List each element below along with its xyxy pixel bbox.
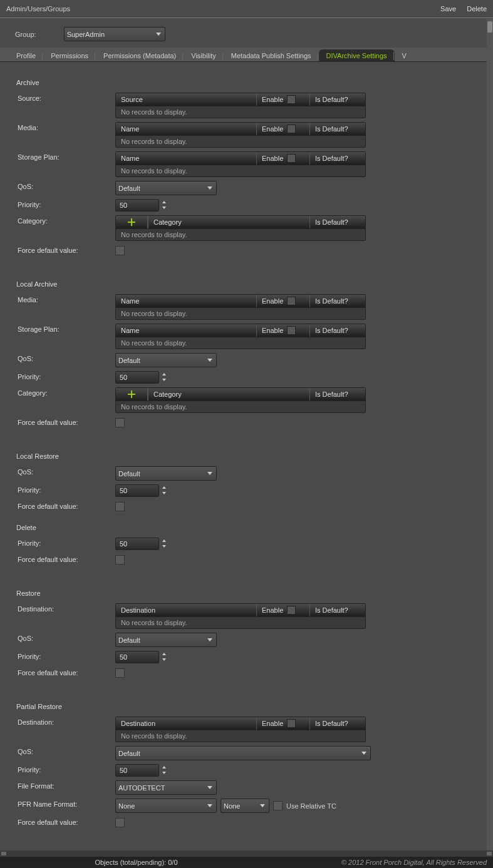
th-name[interactable]: Name bbox=[116, 324, 256, 337]
lr-force-checkbox[interactable] bbox=[115, 502, 125, 511]
th-category[interactable]: Category bbox=[148, 216, 309, 228]
chevron-up-icon[interactable] bbox=[160, 651, 168, 656]
archive-pri-spinner[interactable] bbox=[160, 199, 168, 210]
checkbox-icon[interactable] bbox=[287, 719, 296, 728]
tab-permissions[interactable]: Permissions bbox=[43, 49, 96, 61]
checkbox-icon[interactable] bbox=[287, 154, 296, 163]
tab-visibility[interactable]: Visibility bbox=[184, 49, 224, 61]
add-button[interactable] bbox=[116, 388, 148, 401]
checkbox-icon[interactable] bbox=[287, 125, 296, 133]
no-records: No records to display. bbox=[116, 401, 365, 412]
th-isdefault[interactable]: Is Default? bbox=[309, 717, 365, 730]
la-qos-select[interactable]: Default bbox=[115, 353, 217, 367]
checkbox-icon[interactable] bbox=[287, 326, 296, 335]
chevron-up-icon[interactable] bbox=[160, 371, 168, 377]
tab-permissions-metadata[interactable]: Permissions (Metadata) bbox=[96, 49, 184, 61]
checkbox-icon[interactable] bbox=[287, 95, 296, 104]
no-records: No records to display. bbox=[116, 308, 365, 319]
horizontal-scrollbar[interactable] bbox=[0, 850, 493, 857]
del-force-checkbox[interactable] bbox=[115, 555, 125, 564]
lr-pri-input[interactable]: 50 bbox=[115, 484, 159, 497]
th-isdefault[interactable]: Is Default? bbox=[309, 604, 365, 616]
tab-metadata-publish[interactable]: Metadata Publish Settings bbox=[224, 49, 319, 61]
pr-reltc-checkbox[interactable] bbox=[273, 801, 283, 810]
la-pri-spinner[interactable] bbox=[160, 371, 168, 382]
pr-force-checkbox[interactable] bbox=[115, 818, 125, 827]
la-force-checkbox[interactable] bbox=[115, 418, 125, 427]
del-pri-spinner[interactable] bbox=[160, 538, 168, 549]
archive-force-checkbox[interactable] bbox=[115, 246, 125, 255]
la-force-label: Force default value: bbox=[18, 417, 115, 426]
th-destination[interactable]: Destination bbox=[116, 604, 256, 616]
th-isdefault[interactable]: Is Default? bbox=[309, 123, 365, 135]
res-qos-label: QoS: bbox=[18, 633, 115, 642]
chevron-down-icon[interactable] bbox=[160, 770, 168, 775]
la-pri-input[interactable]: 50 bbox=[115, 371, 159, 384]
la-media-table: NameEnableIs Default? No records to disp… bbox=[115, 294, 366, 320]
lr-pri-spinner[interactable] bbox=[160, 484, 168, 496]
th-enable[interactable]: Enable bbox=[256, 324, 309, 337]
tab-profile[interactable]: Profile bbox=[9, 49, 43, 61]
chevron-down-icon[interactable] bbox=[160, 543, 168, 549]
th-name[interactable]: Name bbox=[116, 123, 256, 135]
th-enable[interactable]: Enable bbox=[256, 604, 309, 616]
footer: Objects (total/pending): 0/0 © 2012 Fron… bbox=[0, 850, 493, 868]
section-restore: Restore bbox=[16, 590, 487, 597]
chevron-down-icon[interactable] bbox=[160, 656, 168, 662]
archive-sp-label: Storage Plan: bbox=[18, 151, 115, 161]
archive-sp-table: NameEnableIs Default? No records to disp… bbox=[115, 151, 366, 177]
no-records: No records to display. bbox=[116, 730, 365, 742]
th-enable[interactable]: Enable bbox=[256, 93, 309, 106]
res-pri-spinner[interactable] bbox=[160, 651, 168, 662]
th-enable[interactable]: Enable bbox=[256, 717, 309, 730]
chevron-down-icon[interactable] bbox=[160, 377, 168, 382]
th-name[interactable]: Name bbox=[116, 295, 256, 307]
archive-qos-select[interactable]: Default bbox=[115, 181, 217, 195]
chevron-down-icon[interactable] bbox=[160, 205, 168, 210]
vertical-scrollbar[interactable] bbox=[487, 19, 493, 850]
pr-qos-select[interactable]: Default bbox=[115, 746, 371, 760]
checkbox-icon[interactable] bbox=[287, 297, 296, 305]
th-isdefault[interactable]: Is Default? bbox=[309, 388, 365, 401]
la-qos-label: QoS: bbox=[18, 353, 115, 362]
th-isdefault[interactable]: Is Default? bbox=[309, 152, 365, 165]
th-source[interactable]: Source bbox=[116, 93, 256, 106]
archive-qos-label: QoS: bbox=[18, 181, 115, 190]
th-isdefault[interactable]: Is Default? bbox=[309, 295, 365, 307]
th-isdefault[interactable]: Is Default? bbox=[309, 216, 365, 228]
chevron-up-icon[interactable] bbox=[160, 199, 168, 205]
pr-pri-spinner[interactable] bbox=[160, 764, 168, 775]
th-isdefault[interactable]: Is Default? bbox=[309, 93, 365, 106]
chevron-down-icon[interactable] bbox=[160, 490, 168, 496]
archive-pri-input[interactable]: 50 bbox=[115, 199, 159, 212]
res-force-checkbox[interactable] bbox=[115, 668, 125, 678]
chevron-up-icon[interactable] bbox=[160, 538, 168, 543]
res-force-label: Force default value: bbox=[18, 667, 115, 677]
th-destination[interactable]: Destination bbox=[116, 717, 256, 730]
pr-pfr1-select[interactable]: None bbox=[115, 799, 217, 813]
res-qos-select[interactable]: Default bbox=[115, 633, 217, 647]
lr-qos-select[interactable]: Default bbox=[115, 466, 217, 481]
pr-pri-input[interactable]: 50 bbox=[115, 764, 159, 777]
chevron-up-icon[interactable] bbox=[160, 484, 168, 490]
pr-ff-select[interactable]: AUTODETECT bbox=[115, 780, 217, 795]
th-enable[interactable]: Enable bbox=[256, 295, 309, 307]
delete-button[interactable]: Delete bbox=[467, 5, 487, 13]
group-select[interactable]: SuperAdmin bbox=[64, 27, 165, 41]
th-enable[interactable]: Enable bbox=[256, 152, 309, 165]
del-pri-input[interactable]: 50 bbox=[115, 538, 159, 550]
th-enable[interactable]: Enable bbox=[256, 123, 309, 135]
chevron-up-icon[interactable] bbox=[160, 764, 168, 770]
th-name[interactable]: Name bbox=[116, 152, 256, 165]
checkbox-icon[interactable] bbox=[287, 606, 296, 615]
th-category[interactable]: Category bbox=[148, 388, 309, 401]
scrollbar-thumb[interactable] bbox=[487, 21, 492, 33]
th-isdefault[interactable]: Is Default? bbox=[309, 324, 365, 337]
add-button[interactable] bbox=[116, 216, 148, 228]
pr-pfr2-select[interactable]: None bbox=[221, 799, 269, 813]
no-records: No records to display. bbox=[116, 106, 365, 118]
tab-divarchive[interactable]: DIVArchive Settings bbox=[319, 49, 395, 61]
save-button[interactable]: Save bbox=[440, 5, 456, 13]
tab-overflow[interactable]: V bbox=[395, 49, 414, 61]
res-pri-input[interactable]: 50 bbox=[115, 651, 159, 663]
